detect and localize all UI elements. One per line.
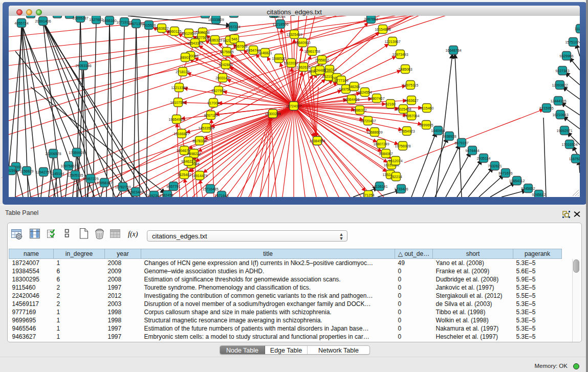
svg-text:7663822: 7663822 [155, 27, 168, 30]
svg-text:16782759: 16782759 [115, 185, 130, 189]
svg-text:13218506: 13218506 [272, 23, 288, 26]
svg-text:62160: 62160 [385, 102, 396, 106]
svg-text:12975115: 12975115 [403, 83, 419, 87]
svg-text:8471676: 8471676 [498, 171, 512, 175]
svg-text:16033809: 16033809 [208, 18, 224, 21]
svg-text:2803144: 2803144 [215, 76, 229, 80]
svg-text:9474444: 9474444 [465, 149, 479, 152]
svg-text:18300295: 18300295 [265, 112, 280, 116]
svg-text:1145194: 1145194 [51, 172, 64, 176]
svg-text:8427552: 8427552 [211, 89, 225, 93]
svg-text:15720407: 15720407 [360, 119, 376, 123]
svg-text:16543382: 16543382 [187, 41, 203, 45]
svg-text:2718176: 2718176 [176, 70, 189, 74]
svg-text:7955812: 7955812 [315, 58, 329, 62]
svg-text:917004: 917004 [207, 101, 219, 105]
svg-text:12942757: 12942757 [35, 170, 51, 174]
svg-text:16961758: 16961758 [304, 50, 320, 53]
svg-text:6899695: 6899695 [419, 123, 433, 127]
svg-text:1733426: 1733426 [394, 187, 408, 191]
svg-text:17359928: 17359928 [69, 151, 84, 155]
svg-text:17654923: 17654923 [399, 129, 415, 133]
svg-text:14136141: 14136141 [372, 185, 387, 188]
svg-text:9146821: 9146821 [258, 51, 272, 55]
svg-text:7357224: 7357224 [226, 25, 240, 29]
svg-text:16154808: 16154808 [375, 28, 390, 31]
svg-text:1571645: 1571645 [214, 194, 228, 198]
svg-text:10107552: 10107552 [170, 101, 186, 104]
svg-text:16210643: 16210643 [552, 113, 568, 117]
svg-text:12505135: 12505135 [67, 173, 83, 177]
svg-text:7886372: 7886372 [353, 108, 366, 112]
svg-text:8813054: 8813054 [271, 16, 285, 18]
svg-text:5938928: 5938928 [442, 135, 456, 138]
svg-text:1092344: 1092344 [147, 194, 161, 198]
svg-text:10975867: 10975867 [60, 164, 76, 168]
svg-text:4055724: 4055724 [14, 21, 28, 25]
svg-text:8267110: 8267110 [204, 114, 218, 117]
svg-text:9242845: 9242845 [219, 63, 232, 67]
svg-text:20364436: 20364436 [343, 98, 359, 101]
svg-text:17016504: 17016504 [561, 143, 577, 146]
svg-text:9463627: 9463627 [404, 99, 418, 102]
svg-text:2935114: 2935114 [477, 157, 491, 160]
svg-text:14957064: 14957064 [403, 114, 419, 118]
svg-text:12923446: 12923446 [127, 190, 143, 194]
svg-text:17957225: 17957225 [82, 177, 98, 181]
svg-text:10654112: 10654112 [509, 179, 525, 183]
svg-text:9084067: 9084067 [379, 152, 393, 156]
svg-text:16648784: 16648784 [445, 49, 461, 52]
svg-text:9777169: 9777169 [334, 79, 348, 82]
svg-text:1527602: 1527602 [89, 18, 103, 21]
svg-text:12444195: 12444195 [550, 99, 566, 103]
svg-text:10025458: 10025458 [395, 107, 411, 111]
svg-text:9346221: 9346221 [181, 160, 195, 163]
svg-text:10973493: 10973493 [392, 53, 408, 56]
svg-text:19692971: 19692971 [556, 129, 572, 133]
svg-text:10655287: 10655287 [72, 16, 88, 20]
svg-text:1167534: 1167534 [569, 157, 580, 161]
svg-text:10688609: 10688609 [366, 130, 382, 134]
svg-text:391594: 391594 [9, 169, 17, 172]
svg-text:9115460: 9115460 [420, 106, 434, 110]
svg-text:18807249: 18807249 [373, 142, 389, 146]
svg-text:9227343: 9227343 [555, 69, 569, 73]
svg-text:15751074: 15751074 [565, 40, 580, 44]
svg-text:8215955: 8215955 [539, 106, 553, 110]
svg-text:16914479: 16914479 [191, 174, 207, 178]
svg-text:6466160: 6466160 [102, 19, 116, 23]
svg-text:3624554: 3624554 [358, 91, 372, 94]
svg-text:98901: 98901 [180, 56, 190, 59]
svg-text:8186323: 8186323 [208, 38, 222, 42]
svg-text:7625402: 7625402 [177, 173, 191, 177]
svg-text:18724007: 18724007 [286, 104, 301, 108]
svg-text:10807467: 10807467 [368, 97, 384, 100]
svg-text:9498222: 9498222 [187, 152, 201, 156]
svg-text:2367608: 2367608 [233, 45, 247, 48]
svg-text:f(x): f(x) [128, 230, 138, 238]
svg-text:12213967: 12213967 [384, 40, 400, 43]
svg-text:1156829: 1156829 [20, 169, 34, 173]
svg-text:1612074: 1612074 [388, 159, 402, 163]
svg-text:12093822: 12093822 [552, 83, 568, 87]
svg-text:7632621: 7632621 [488, 164, 502, 168]
svg-text:252214: 252214 [390, 175, 402, 179]
svg-text:1440954: 1440954 [431, 129, 445, 133]
svg-text:12213383: 12213383 [171, 86, 187, 90]
svg-text:10958107: 10958107 [96, 181, 112, 185]
svg-text:15640910: 15640910 [294, 41, 310, 45]
svg-text:1362615: 1362615 [296, 65, 310, 69]
svg-text:982455: 982455 [161, 193, 173, 197]
svg-text:9245652: 9245652 [521, 187, 535, 190]
svg-text:20206578: 20206578 [45, 152, 61, 156]
svg-text:8912954: 8912954 [182, 32, 195, 35]
svg-text:111234: 111234 [575, 27, 580, 31]
svg-text:3675685: 3675685 [220, 50, 233, 54]
svg-text:746266: 746266 [348, 85, 360, 89]
svg-text:13533594: 13533594 [198, 126, 214, 130]
svg-text:124485: 124485 [314, 69, 325, 72]
svg-text:1588520: 1588520 [272, 57, 286, 60]
svg-text:19654933: 19654933 [168, 118, 184, 121]
svg-text:8678334: 8678334 [192, 139, 206, 143]
svg-text:19756928: 19756928 [395, 144, 410, 148]
